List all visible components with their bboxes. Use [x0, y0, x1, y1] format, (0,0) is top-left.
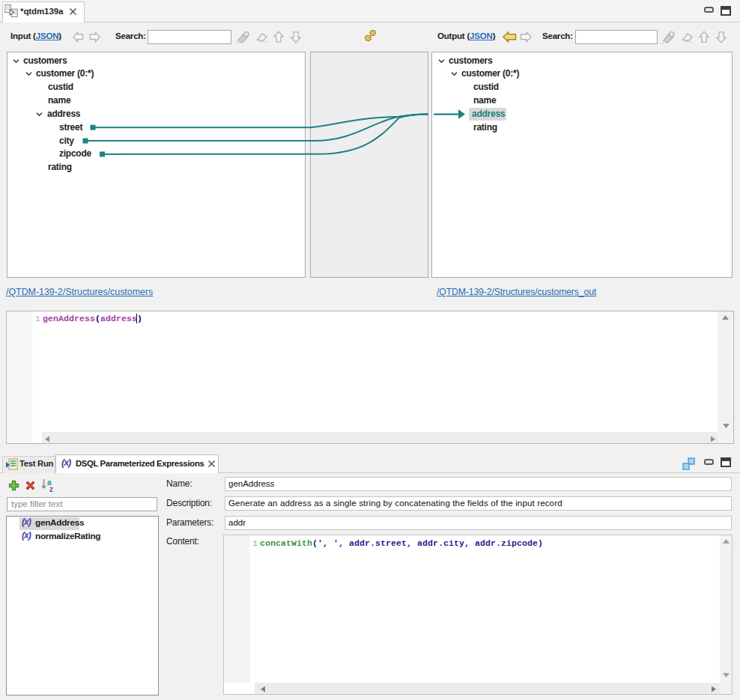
svg-text:z: z: [49, 485, 53, 493]
